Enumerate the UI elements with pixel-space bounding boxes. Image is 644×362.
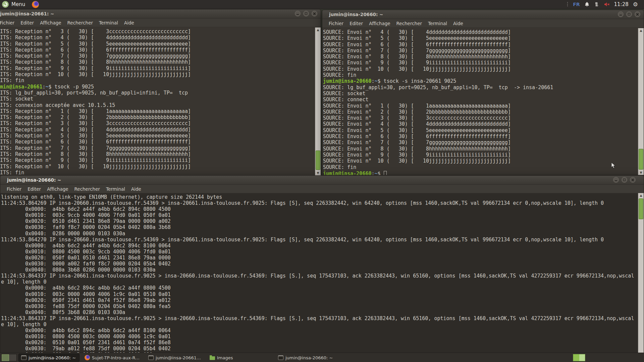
terminal-line: PUITS: Reception n° 6 ( 30) [ 6fffffffff… xyxy=(0,139,321,145)
taskbar-item-3[interactable]: jumin@insa-20661: ~ xyxy=(146,354,205,362)
maximize-button[interactable] xyxy=(626,11,632,17)
mate-menu-icon[interactable] xyxy=(2,1,9,8)
scroll-down-arrow[interactable]: ▼ xyxy=(315,171,321,175)
terminal-line: SOURCE: connect xyxy=(323,97,644,103)
firefox-launcher-icon[interactable] xyxy=(32,1,39,8)
taskbar-item-5[interactable]: jumin@insa-20660: ~ xyxy=(276,354,339,362)
terminal-line: SOURCE: fin xyxy=(323,72,644,78)
menu-item-aide[interactable]: Aide xyxy=(128,186,144,192)
terminal-line: 0x0030: 0000 a002 faf0 f8c7 0000 0204 05… xyxy=(1,261,644,267)
taskbar-item-4[interactable]: Images xyxy=(207,354,239,362)
scroll-up-arrow[interactable]: ▲ xyxy=(315,27,321,32)
terminal-line: SOURCE: Envoi n° 1 ( 30) [ 1aaaaaaaaaaaa… xyxy=(323,103,644,109)
menu-item-affichage[interactable]: Affichage xyxy=(366,21,393,26)
shutdown-gear-icon[interactable]: ⚙ xyxy=(633,2,638,7)
scrollbar-thumb[interactable] xyxy=(639,149,643,170)
pager-cell[interactable] xyxy=(579,354,585,361)
menu-item-rechercher[interactable]: Rechercher xyxy=(64,20,96,25)
pager-cell[interactable] xyxy=(573,354,579,361)
terminal-line: SOURCE: Envoi n° 7 ( 30) [ 7gggggggggggg… xyxy=(323,48,644,54)
terminal-line: PUITS: Reception n° 10 ( 30) [ 10jjjjjjj… xyxy=(0,71,321,77)
scroll-up-arrow[interactable]: ▲ xyxy=(638,28,644,33)
maximize-button[interactable] xyxy=(303,11,309,16)
close-button[interactable] xyxy=(630,177,636,183)
terminal-icon xyxy=(21,355,26,360)
terminal-menubar: FichierEditerAffichageRechercherTerminal… xyxy=(0,185,644,193)
workspace-2[interactable] xyxy=(9,354,16,361)
menu-item-fichier[interactable]: Fichier xyxy=(4,186,24,192)
menu-item-editer[interactable]: Editer xyxy=(17,20,37,25)
menu-item-aide[interactable]: Aide xyxy=(450,21,466,26)
terminal-line: SOURCE: Envoi n° 7 ( 30) [ 7gggggggggggg… xyxy=(323,139,644,145)
menu-item-terminal[interactable]: Terminal xyxy=(96,20,121,25)
scrollbar[interactable]: ▲ ▼ xyxy=(315,27,321,175)
menu-item-rechercher[interactable]: Rechercher xyxy=(393,21,425,26)
notification-bell-icon[interactable] xyxy=(584,2,590,7)
terminal-line: PUITS: Reception n° 1 ( 30) [ 1aaaaaaaaa… xyxy=(0,108,321,114)
terminal-cursor xyxy=(384,171,387,175)
scrollbar-thumb[interactable] xyxy=(316,150,320,170)
network-traffic-icon[interactable] xyxy=(594,2,599,7)
terminal-output[interactable]: listening on eth0, link-type EN10MB (Eth… xyxy=(0,193,644,362)
scrollbar[interactable]: ▲ ▼ xyxy=(638,193,644,362)
taskbar-item-2[interactable]: Sujet-TP-Intro-aux-Ré... xyxy=(82,354,143,362)
menu-button[interactable]: Menu xyxy=(11,1,25,7)
close-button[interactable] xyxy=(312,11,317,16)
terminal-line: PUITS: fin xyxy=(0,170,321,175)
terminal-line: PUITS: connexion acceptée avec 10.1.5.15 xyxy=(0,102,321,108)
window-title: jumin@insa-20660: ~ xyxy=(7,177,61,183)
menu-item-aide[interactable]: Aide xyxy=(121,20,137,25)
terminal-line: 0x0000: a4bb 6dc2 a44f a4bb 6dc2 894c 08… xyxy=(1,206,644,212)
taskbar-item-label: jumin@insa-20660: ~ xyxy=(285,355,333,360)
terminal-line: jumin@insa-20661:~$ tsock -p 9025 xyxy=(0,84,321,90)
terminal-output[interactable]: PUITS: Reception n° 3 ( 30) [ 3ccccccccc… xyxy=(0,27,321,175)
menu-item-editer[interactable]: Editer xyxy=(346,21,366,26)
volume-muted-icon[interactable] xyxy=(604,2,610,7)
terminal-line: 0x0030: fe88 75df 0000 0204 05b4 0402 08… xyxy=(1,303,644,309)
terminal-window-left: jumin@insa-20661: ~ FichierEditerAfficha… xyxy=(0,9,321,176)
window-titlebar[interactable]: jumin@insa-20661: ~ xyxy=(0,9,321,18)
minimize-button[interactable] xyxy=(613,177,619,183)
terminal-line: SOURCE: Envoi n° 10 ( 30) [ 10jjjjjjjjjj… xyxy=(323,158,644,164)
terminal-line: 0x0020: 050f 0a01 0510 d461 2341 86e8 79… xyxy=(1,255,644,261)
terminal-line: e 10], length 0 xyxy=(1,321,644,327)
menu-item-terminal[interactable]: Terminal xyxy=(425,21,450,26)
minimize-button[interactable] xyxy=(618,11,624,17)
window-titlebar[interactable]: jumin@insa-20660: ~ xyxy=(322,10,644,19)
terminal-line: SOURCE: Envoi n° 9 ( 30) [ 9iiiiiiiiiiii… xyxy=(323,60,644,66)
menu-item-fichier[interactable]: Fichier xyxy=(326,21,346,26)
window-titlebar[interactable]: jumin@insa-20660: ~ xyxy=(0,176,644,185)
menu-item-affichage[interactable]: Affichage xyxy=(37,20,64,25)
terminal-line: PUITS: Reception n° 3 ( 30) [ 3ccccccccc… xyxy=(0,28,321,35)
scroll-up-arrow[interactable]: ▲ xyxy=(638,193,644,198)
terminal-line: SOURCE: Envoi n° 2 ( 30) [ 2bbbbbbbbbbbb… xyxy=(323,109,644,115)
scroll-down-arrow[interactable]: ▼ xyxy=(638,170,644,175)
menu-item-rechercher[interactable]: Rechercher xyxy=(71,186,103,192)
taskbar-item-1[interactable]: jumin@insa-20660: ~ xyxy=(18,354,79,362)
maximize-button[interactable] xyxy=(622,177,627,183)
terminal-line: SOURCE: fin xyxy=(323,164,644,170)
menu-item-fichier[interactable]: Fichier xyxy=(0,20,17,25)
menu-item-terminal[interactable]: Terminal xyxy=(103,186,128,192)
close-button[interactable] xyxy=(635,11,640,17)
terminal-line: PUITS: Reception n° 2 ( 30) [ 2bbbbbbbbb… xyxy=(0,114,321,120)
terminal-line: 0x0040: 80f5 3b68 0286 0103 030a xyxy=(1,309,644,315)
menu-item-editer[interactable]: Editer xyxy=(24,186,44,192)
terminal-output[interactable]: SOURCE: Envoi n° 4 ( 30) [ 4dddddddddddd… xyxy=(322,28,644,175)
folder-icon xyxy=(210,356,215,360)
menu-item-affichage[interactable]: Affichage xyxy=(44,186,71,192)
window-pager-applet[interactable] xyxy=(573,354,585,361)
scrollbar-thumb[interactable] xyxy=(639,198,643,219)
keyboard-layout-indicator[interactable]: FR xyxy=(573,2,580,7)
minimize-button[interactable] xyxy=(295,11,301,16)
taskbar: jumin@insa-20660: ~Sujet-TP-Intro-aux-Ré… xyxy=(0,353,644,362)
workspace-switcher[interactable] xyxy=(1,354,17,361)
terminal-line: SOURCE: Envoi n° 9 ( 30) [ 9iiiiiiiiiiii… xyxy=(323,152,644,158)
terminal-line: jumin@insa-20660:~$ tsock -s insa-20661 … xyxy=(323,78,644,84)
terminal-line: PUITS: Reception n° 8 ( 30) [ 8hhhhhhhhh… xyxy=(0,59,321,65)
workspace-1[interactable] xyxy=(2,354,9,361)
terminal-line: PUITS: Reception n° 5 ( 30) [ 5eeeeeeeee… xyxy=(0,41,321,47)
tray-grip-handle[interactable] xyxy=(567,2,569,7)
clock[interactable]: 11:28 xyxy=(614,1,629,7)
scrollbar[interactable]: ▲ ▼ xyxy=(638,28,644,175)
